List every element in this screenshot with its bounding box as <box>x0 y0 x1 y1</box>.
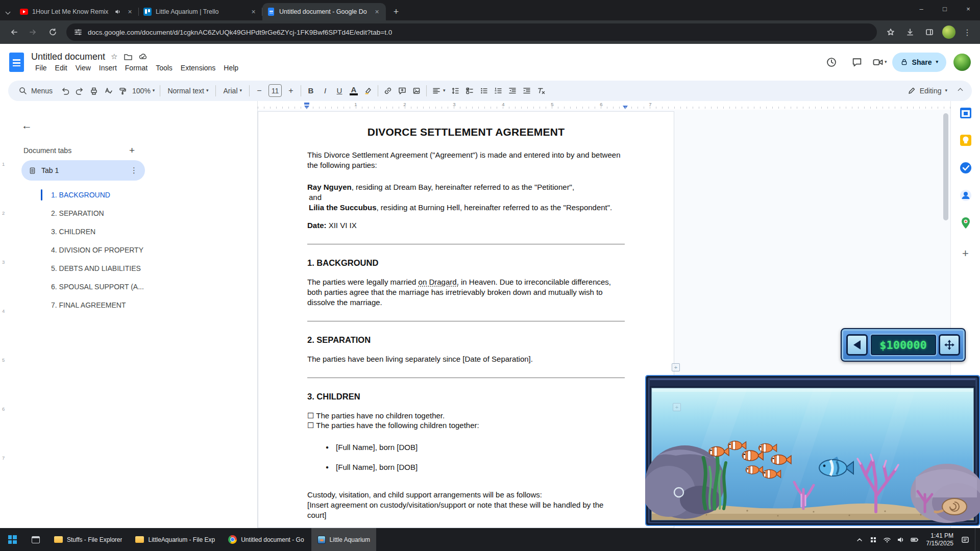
tab-audio-icon[interactable] <box>114 8 121 15</box>
doc-parties-block[interactable]: Ray Nguyen, residing at Dream Bay, herei… <box>307 182 625 213</box>
money-move-button[interactable] <box>939 334 960 356</box>
highlight-color-button[interactable] <box>361 84 375 98</box>
tray-grid-icon[interactable] <box>869 536 877 544</box>
undo-button[interactable] <box>59 84 72 98</box>
add-document-tab-button[interactable]: + <box>129 145 135 156</box>
window-maximize-button[interactable]: □ <box>933 0 957 17</box>
doc-checkbox-line[interactable]: ☐ The parties have no children together. <box>307 411 625 420</box>
taskbar-clock[interactable]: 1:41 PM 7/15/2025 <box>926 532 953 547</box>
outline-item-division-of-property[interactable]: 4. DIVISION OF PROPERTY <box>33 241 227 259</box>
outline-item-final-agreement[interactable]: 7. FINAL AGREEMENT <box>33 296 227 314</box>
keep-icon[interactable] <box>959 134 972 147</box>
doc-date-line[interactable]: Date: XII VI IX <box>307 220 625 231</box>
doc-paragraph-custody[interactable]: Custody, visitation, and child support a… <box>307 490 625 500</box>
right-margin-marker[interactable] <box>623 106 628 109</box>
menu-insert[interactable]: Insert <box>95 63 121 73</box>
tab-search-chevron-icon[interactable] <box>0 3 15 20</box>
outline-item-separation[interactable]: 2. SEPARATION <box>33 204 227 222</box>
document-title[interactable]: Untitled document <box>31 52 105 62</box>
outline-item-background[interactable]: 1. BACKGROUND <box>33 186 227 204</box>
bold-button[interactable]: B <box>304 84 317 98</box>
spellcheck-button[interactable] <box>102 84 115 98</box>
left-margin-marker[interactable] <box>304 106 309 109</box>
horizontal-ruler[interactable]: 1 2 3 4 5 6 7 <box>258 101 950 110</box>
wifi-icon[interactable] <box>883 536 891 544</box>
share-dropdown-icon[interactable]: ▾ <box>936 60 938 64</box>
address-bar[interactable]: docs.google.com/document/d/1cgknAC6ZvUQk… <box>66 23 877 41</box>
checklist-button[interactable] <box>463 84 476 98</box>
tab-close-icon[interactable]: × <box>249 8 258 16</box>
refresh-button[interactable] <box>44 23 61 41</box>
insert-image-button[interactable] <box>410 84 423 98</box>
doc-heading-background[interactable]: 1. BACKGROUND <box>307 258 625 268</box>
menu-format[interactable]: Format <box>121 63 152 73</box>
doc-and-line[interactable]: and <box>307 192 625 203</box>
print-button[interactable] <box>87 84 101 98</box>
maps-icon[interactable] <box>959 216 972 230</box>
cloud-saved-icon[interactable] <box>138 52 148 61</box>
decrease-indent-button[interactable] <box>506 84 519 98</box>
outline-item-children[interactable]: 3. CHILDREN <box>33 222 227 241</box>
aquarium-money-widget[interactable]: $100000 <box>841 328 966 362</box>
window-minimize-button[interactable]: – <box>910 0 933 17</box>
increase-indent-button[interactable] <box>520 84 533 98</box>
aquarium-tank[interactable] <box>645 375 980 526</box>
volume-icon[interactable] <box>897 536 905 544</box>
spellcheck-underlined-text[interactable]: on Dragard, <box>419 278 459 286</box>
menu-edit[interactable]: Edit <box>51 63 71 73</box>
redo-button[interactable] <box>73 84 86 98</box>
menu-view[interactable]: View <box>71 63 95 73</box>
share-button[interactable]: Share ▾ <box>892 53 946 72</box>
taskbar-item-chrome-docs[interactable]: Untitled document - Go <box>222 528 310 551</box>
site-settings-icon[interactable] <box>74 28 83 37</box>
browser-tab-trello[interactable]: Little Aquarium | Trello × <box>139 3 262 20</box>
back-button[interactable]: ← <box>21 119 32 132</box>
align-button[interactable]: ▾ <box>430 84 448 98</box>
overlay-resize-handle[interactable]: + <box>672 363 680 371</box>
money-prev-button[interactable] <box>846 334 868 356</box>
numbered-list-button[interactable] <box>492 84 505 98</box>
side-panel-icon[interactable] <box>921 23 938 41</box>
menu-tools[interactable]: Tools <box>152 63 177 73</box>
comments-icon[interactable] <box>847 52 867 72</box>
document-tab-item[interactable]: Tab 1 ⋮ <box>21 160 145 181</box>
first-line-indent-marker[interactable] <box>304 103 309 105</box>
document-page[interactable]: DIVORCE SETTLEMENT AGREEMENT This Divorc… <box>258 111 674 528</box>
outline-item-debts-and-liabilities[interactable]: 5. DEBTS AND LIABILITIES <box>33 259 227 278</box>
tray-chevron-up-icon[interactable] <box>855 536 864 544</box>
doc-heading-separation[interactable]: 2. SEPARATION <box>307 335 625 345</box>
side-panel-add-button[interactable]: + <box>962 247 969 260</box>
doc-bullet-list[interactable]: ●[Full Name], born [DOB] ●[Full Name], b… <box>307 442 625 472</box>
font-select[interactable]: Arial ▾ <box>219 84 246 98</box>
doc-title-text[interactable]: DIVORCE SETTLEMENT AGREEMENT <box>307 125 625 139</box>
bulleted-list-button[interactable] <box>477 84 491 98</box>
menu-help[interactable]: Help <box>219 63 242 73</box>
browser-profile-avatar[interactable] <box>942 26 955 39</box>
battery-icon[interactable] <box>911 536 919 544</box>
browser-menu-icon[interactable]: ⋮ <box>960 28 975 37</box>
line-spacing-button[interactable] <box>449 84 462 98</box>
start-button[interactable] <box>0 528 24 551</box>
show-desktop-button[interactable] <box>975 528 978 551</box>
menu-extensions[interactable]: Extensions <box>177 63 219 73</box>
task-view-button[interactable] <box>24 528 47 551</box>
tab-options-icon[interactable]: ⋮ <box>130 166 138 175</box>
taskbar-item-file-explorer[interactable]: Stuffs - File Explorer <box>48 528 128 551</box>
paragraph-style-select[interactable]: Normal text ▾ <box>163 84 212 98</box>
doc-paragraph-background[interactable]: The parties were legally married on Drag… <box>307 277 625 308</box>
text-color-button[interactable]: A <box>347 84 360 98</box>
download-icon[interactable] <box>901 23 919 41</box>
insert-link-button[interactable] <box>381 84 395 98</box>
taskbar-item-little-aquarium[interactable]: Little Aquarium <box>311 528 376 551</box>
doc-paragraph-separation[interactable]: The parties have been living separately … <box>307 354 625 364</box>
new-tab-button[interactable]: + <box>389 5 403 19</box>
version-history-icon[interactable] <box>821 52 842 72</box>
document-scrollbar-thumb[interactable] <box>943 113 948 220</box>
font-size-value[interactable]: 11 <box>268 84 282 97</box>
doc-heading-children[interactable]: 3. CHILDREN <box>307 391 625 402</box>
font-size-increase-button[interactable]: + <box>284 84 298 98</box>
forward-button[interactable] <box>24 23 42 41</box>
doc-bullet-item[interactable]: ●[Full Name], born [DOB] <box>307 462 625 472</box>
collapse-toolbar-button[interactable] <box>953 84 967 98</box>
menus-search-button[interactable]: Menus <box>13 84 58 98</box>
